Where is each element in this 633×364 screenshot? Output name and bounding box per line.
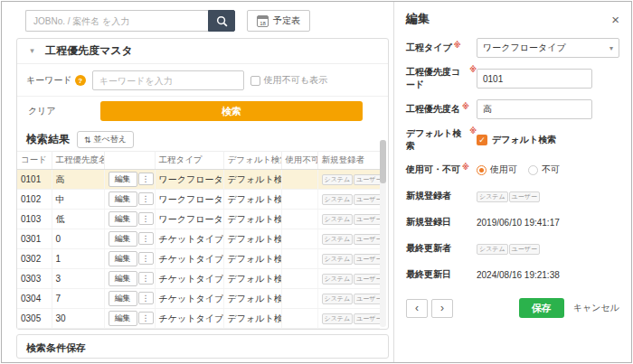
edit-button[interactable]: 編集 [109, 172, 137, 187]
default-search-checkbox[interactable]: ✓ デフォルト検索 [477, 134, 556, 146]
system-badge: システム [322, 313, 354, 324]
type-field-row: 工程タイプ※ ワークフロータイプ ▾ [406, 38, 619, 58]
cell-actions: 編集⋮ [104, 249, 155, 269]
cell-name: 30 [52, 309, 104, 329]
required-mark: ※ [462, 103, 469, 111]
cell-code: 0302 [17, 249, 52, 269]
usable-no-radio[interactable]: 不可 [528, 163, 560, 176]
cell-disabled [281, 170, 317, 190]
edit-button[interactable]: 編集 [109, 231, 137, 247]
cell-disabled [281, 190, 317, 210]
col-disabled: 使用不可 [281, 152, 317, 170]
edit-panel-title: 編集 [406, 11, 430, 27]
col-default-search: デフォルト検索 [223, 152, 281, 170]
scrollbar-thumb[interactable] [380, 140, 386, 183]
cell-registrant: システムユーザー [317, 229, 380, 249]
user-badge: ユーザー [354, 274, 380, 285]
user-badge: ユーザー [354, 174, 380, 185]
app-window: 18 予定表 ▾ 工程優先度マスタ キーワード ? 使用不可も表示 [1, 1, 632, 363]
edit-button[interactable]: 編集 [109, 251, 137, 266]
results-title: 検索結果 [26, 132, 70, 147]
edit-panel-footer: ‹ › 保存 キャンセル [406, 298, 619, 318]
system-badge: システム [322, 194, 354, 205]
cell-type: チケットタイプ [155, 249, 223, 269]
collapse-icon[interactable]: ▾ [25, 44, 39, 58]
cell-default-search: デフォルト検索 [223, 170, 281, 190]
cell-name: 3 [52, 269, 104, 289]
clear-button[interactable]: クリア [26, 105, 100, 117]
required-mark: ※ [462, 163, 469, 172]
edit-button[interactable]: 編集 [109, 191, 137, 207]
cell-code: 0305 [17, 309, 52, 329]
save-condition-section: 検索条件保存 保存先 新規保存 ▾ 保存名 初期値とし 保存 [16, 334, 389, 359]
system-badge: システム [322, 234, 354, 245]
cancel-link[interactable]: キャンセル [573, 302, 619, 314]
job-search-input[interactable] [25, 10, 208, 32]
cell-code: 0301 [17, 229, 52, 249]
type-select[interactable]: ワークフロータイプ ▾ [477, 38, 619, 58]
table-row[interactable]: 0305 30 編集⋮ チケットタイプ デフォルト検索 システムユーザー [17, 309, 380, 329]
updated-by-row: 最終更新者 システムユーザー [406, 239, 619, 257]
keyword-input[interactable] [92, 70, 244, 90]
system-badge: システム [322, 174, 354, 185]
user-badge: ユーザー [354, 194, 380, 205]
checkbox-icon [250, 76, 260, 86]
cell-code: 0303 [17, 269, 52, 289]
usable-yes-radio[interactable]: 使用可 [477, 163, 517, 176]
table-row[interactable]: 0304 7 編集⋮ チケットタイプ デフォルト検索 システムユーザー [17, 289, 380, 309]
updated-at-row: 最終更新日 2024/08/16 19:21:38 [406, 266, 619, 284]
show-disabled-checkbox[interactable]: 使用不可も表示 [250, 74, 327, 87]
row-menu-button[interactable]: ⋮ [138, 173, 154, 185]
filter-actions: クリア 検索 [17, 96, 388, 127]
sort-button[interactable]: ⇅ 並べ替え [77, 131, 134, 148]
table-row[interactable]: 0302 1 編集⋮ チケットタイプ デフォルト検索 システムユーザー [17, 249, 380, 269]
col-type: 工程タイプ [155, 152, 223, 170]
required-mark: ※ [469, 66, 477, 74]
row-menu-button[interactable]: ⋮ [138, 232, 154, 245]
help-icon[interactable]: ? [75, 75, 86, 86]
table-row[interactable]: 0301 0 編集⋮ チケットタイプ デフォルト検索 システムユーザー [17, 229, 380, 249]
filter-search-button[interactable]: 検索 [100, 101, 363, 121]
topbar: 18 予定表 [2, 8, 393, 38]
updated-by-label: 最終更新者 [406, 242, 477, 255]
created-at-label: 新規登録日 [406, 216, 477, 229]
edit-button[interactable]: 編集 [109, 311, 137, 326]
row-menu-button[interactable]: ⋮ [138, 312, 154, 324]
system-badge: システム [477, 244, 508, 255]
row-menu-button[interactable]: ⋮ [138, 192, 154, 205]
updated-at-label: 最終更新日 [406, 268, 477, 281]
table-row[interactable]: 0102 中 編集⋮ ワークフロータイプ デフォルト検索 システムユーザー [17, 190, 380, 210]
edit-save-button[interactable]: 保存 [519, 298, 564, 318]
prev-button[interactable]: ‹ [406, 299, 428, 318]
cell-name: 中 [52, 190, 104, 210]
row-menu-button[interactable]: ⋮ [138, 212, 154, 225]
user-badge: ユーザー [509, 191, 540, 202]
created-by-value: システムユーザー [477, 188, 541, 204]
system-badge: システム [322, 214, 354, 225]
next-button[interactable]: › [431, 299, 453, 318]
search-button[interactable] [208, 10, 235, 32]
row-menu-button[interactable]: ⋮ [138, 292, 154, 304]
table-scrollbar[interactable] [380, 140, 386, 327]
table-header-row: コード 工程優先度名 工程タイプ デフォルト検索 使用不可 新規登録者 [17, 152, 380, 170]
code-input[interactable] [477, 69, 592, 89]
col-name: 工程優先度名 [52, 152, 104, 170]
user-badge: ユーザー [354, 234, 380, 245]
edit-button[interactable]: 編集 [109, 271, 137, 286]
cell-type: ワークフロータイプ [155, 170, 223, 190]
cell-actions: 編集⋮ [104, 309, 155, 329]
name-label: 工程優先度名※ [406, 103, 477, 116]
name-input[interactable] [477, 99, 592, 119]
schedule-button[interactable]: 18 予定表 [247, 10, 310, 32]
table-row[interactable]: 0103 低 編集⋮ ワークフロータイプ デフォルト検索 システムユーザー [17, 210, 380, 229]
row-menu-button[interactable]: ⋮ [138, 272, 154, 285]
cell-registrant: システムユーザー [317, 289, 380, 309]
close-icon[interactable]: × [611, 13, 619, 26]
row-menu-button[interactable]: ⋮ [138, 252, 154, 265]
cell-actions: 編集⋮ [104, 210, 155, 229]
cell-disabled [281, 249, 317, 269]
table-row[interactable]: 0303 3 編集⋮ チケットタイプ デフォルト検索 システムユーザー [17, 269, 380, 289]
edit-button[interactable]: 編集 [109, 291, 137, 306]
table-row[interactable]: 0101 高 編集⋮ ワークフロータイプ デフォルト検索 システムユーザー [17, 170, 380, 190]
edit-button[interactable]: 編集 [109, 211, 137, 227]
